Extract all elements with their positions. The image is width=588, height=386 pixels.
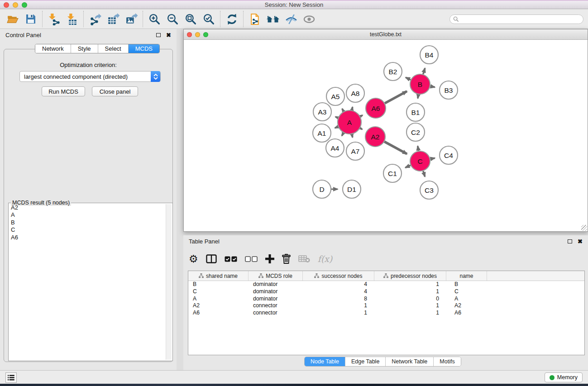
graph-edge-B-B2[interactable]	[406, 77, 411, 80]
table-cell: 1	[303, 302, 374, 310]
graph-edge-B-B3[interactable]	[430, 86, 435, 87]
table-row[interactable]: Bdominator41B	[188, 281, 584, 288]
home-layout-icon[interactable]	[264, 11, 282, 27]
table-cell: 4	[303, 288, 374, 295]
table-cell: 1	[374, 281, 446, 288]
graph-node-label: A2	[371, 133, 380, 141]
tab-network-table[interactable]: Network Table	[385, 357, 433, 366]
delete-table-icon[interactable]	[298, 252, 310, 266]
memory-button[interactable]: Memory	[545, 372, 583, 382]
optimization-criterion-dropdown[interactable]: largest connected component (directed)	[19, 71, 161, 82]
dropdown-stepper-icon	[151, 71, 160, 82]
column-header-mcds-role[interactable]: MCDS role	[249, 271, 303, 281]
graph-edge-B-B1[interactable]	[418, 95, 418, 99]
graph-edge-A-A2[interactable]	[360, 128, 363, 129]
graph-edge-A-A4[interactable]	[342, 133, 344, 136]
network-canvas[interactable]: AA1A2A3A4A5A6A7A8BB1B2B3B4CC1C2C3C4DD1	[184, 40, 588, 231]
refresh-view-icon[interactable]	[223, 11, 241, 27]
graph-node-label: B1	[411, 109, 420, 116]
zoom-selected-icon[interactable]	[200, 11, 218, 27]
float-panel-icon[interactable]	[156, 33, 161, 37]
tab-node-table[interactable]: Node Table	[305, 357, 345, 366]
open-session-icon[interactable]	[4, 11, 22, 27]
desktop-background	[0, 384, 588, 386]
add-column-icon[interactable]	[265, 252, 274, 266]
table-cell: dominator	[249, 288, 303, 295]
table-settings-gear-icon[interactable]: ⚙	[189, 252, 198, 266]
mcds-result-item[interactable]: A6	[9, 234, 165, 241]
mcds-result-item[interactable]: C	[9, 226, 165, 234]
graph-node-label: C2	[411, 129, 420, 136]
graph-edge-A6-B[interactable]	[385, 91, 407, 103]
graph-node-label: A4	[331, 144, 339, 152]
run-mcds-button[interactable]: Run MCDS	[42, 86, 85, 96]
tab-select[interactable]: Select	[98, 44, 128, 53]
select-all-rows-icon[interactable]	[225, 252, 237, 266]
table-header-row: shared nameMCDS rolesuccessor nodesprede…	[188, 271, 584, 281]
graph-edge-A-A6[interactable]	[360, 115, 363, 117]
preview-eye-icon[interactable]	[300, 11, 318, 27]
mcds-result-item[interactable]: B	[9, 219, 165, 226]
graph-edge-A2-C[interactable]	[384, 142, 407, 154]
mcds-result-scrollbar[interactable]	[166, 204, 172, 360]
show-hide-graphics-icon[interactable]	[282, 11, 300, 27]
column-header-successor-nodes[interactable]: successor nodes	[303, 271, 374, 281]
network-window-title: testGlobe.txt	[184, 31, 588, 38]
graph-edge-A-A8[interactable]	[352, 107, 352, 110]
table-cell: A2	[446, 302, 487, 310]
import-table-icon[interactable]	[63, 11, 81, 27]
table-row[interactable]: A2connector11A2	[188, 302, 584, 310]
control-panel-tabs: NetworkStyleSelectMCDS	[35, 44, 160, 53]
show-column-icon[interactable]	[206, 252, 217, 266]
tab-network[interactable]: Network	[35, 44, 71, 53]
function-builder-icon[interactable]: f(x)	[318, 252, 333, 266]
close-panel-icon[interactable]: ✖	[166, 32, 171, 38]
graph-edge-C-C4[interactable]	[430, 158, 435, 159]
table-cell: 4	[303, 281, 374, 288]
zoom-fit-icon[interactable]	[182, 11, 200, 27]
float-panel-icon[interactable]	[568, 239, 572, 243]
graph-edge-C-C3[interactable]	[423, 171, 425, 176]
graph-edge-A-A3[interactable]	[335, 117, 338, 118]
list-icon	[8, 375, 14, 381]
close-panel-button[interactable]: Close panel	[92, 86, 138, 96]
column-header-name[interactable]: name	[446, 271, 487, 281]
search-input[interactable]	[461, 16, 583, 22]
table-cell: C	[446, 288, 487, 295]
column-header-shared-name[interactable]: shared name	[188, 271, 249, 281]
export-table-icon[interactable]	[104, 11, 122, 27]
graph-edge-B-B4[interactable]	[423, 68, 425, 74]
graph-edge-A-A5[interactable]	[342, 109, 344, 111]
tab-style[interactable]: Style	[71, 44, 98, 53]
graph-edge-A-A7[interactable]	[352, 134, 352, 137]
export-image-icon[interactable]	[122, 11, 140, 27]
save-session-icon[interactable]	[22, 11, 40, 27]
window-resize-grip[interactable]	[581, 225, 587, 231]
tab-mcds[interactable]: MCDS	[128, 44, 159, 53]
export-network-icon[interactable]	[86, 11, 104, 27]
table-cell: 1	[303, 310, 374, 317]
graph-edge-C-C2[interactable]	[418, 146, 419, 151]
delete-column-icon[interactable]	[282, 252, 291, 266]
tab-motifs[interactable]: Motifs	[433, 357, 460, 366]
import-network-icon[interactable]	[45, 11, 63, 27]
column-header-predecessor-nodes[interactable]: predecessor nodes	[374, 271, 446, 281]
mcds-result-item[interactable]: A	[9, 211, 165, 219]
zoom-in-icon[interactable]	[145, 11, 163, 27]
mcds-result-list[interactable]: A2ABCA6	[9, 204, 165, 360]
mcds-result-item[interactable]: A2	[9, 204, 165, 211]
table-row[interactable]: A6connector11A6	[188, 310, 584, 317]
new-network-file-icon[interactable]	[246, 11, 264, 27]
tab-edge-table[interactable]: Edge Table	[345, 357, 385, 366]
table-row[interactable]: Adominator80A	[188, 295, 584, 303]
task-history-button[interactable]	[5, 372, 17, 383]
graph-node-label: A6	[372, 105, 380, 112]
zoom-out-icon[interactable]	[163, 11, 182, 27]
table-row[interactable]: Cdominator41C	[188, 288, 584, 295]
graph-edge-A-A1[interactable]	[335, 127, 338, 128]
close-panel-icon[interactable]: ✖	[578, 238, 583, 244]
table-body: Bdominator41BCdominator41CAdominator80AA…	[188, 281, 584, 317]
search-field[interactable]	[449, 14, 583, 24]
deselect-all-rows-icon[interactable]	[245, 252, 258, 266]
graph-edge-C-C1[interactable]	[405, 165, 411, 167]
